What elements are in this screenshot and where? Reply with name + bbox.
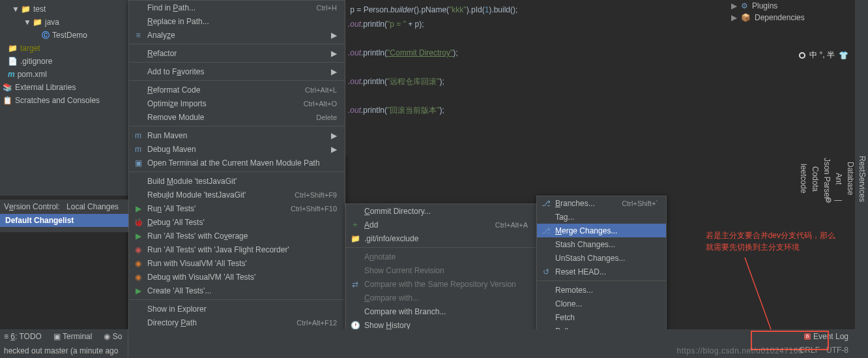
menu-refactor[interactable]: Refactor▶: [129, 46, 345, 60]
menu-directory-path[interactable]: Directory PathCtrl+Alt+F12: [129, 316, 345, 329]
tree-folder-java[interactable]: ▼📁java: [0, 16, 128, 29]
tree-file-pom[interactable]: mpom.xml: [0, 68, 128, 81]
code-line: .out.println("Commit Directroy");: [348, 46, 701, 60]
tool-rest[interactable]: RestServices: [856, 0, 868, 358]
version-control-panel: Version Control: Local Changes Default C…: [0, 200, 128, 232]
chevron-right-icon: ▶: [331, 67, 337, 76]
tab-so[interactable]: ◉ So: [104, 332, 122, 341]
create-icon: ▶: [133, 286, 143, 295]
menu-show-explorer[interactable]: Show in Explorer: [129, 302, 345, 316]
repo-merge[interactable]: ⎇Merge Changes...: [537, 224, 666, 237]
repo-clone[interactable]: Clone...: [537, 297, 666, 310]
status-message: hecked out master (a minute ago: [0, 344, 128, 358]
menu-separator: [129, 126, 345, 127]
tree-folder-target[interactable]: 📁target: [0, 42, 128, 55]
code-line: [348, 60, 701, 74]
plus-icon: ＋: [350, 219, 360, 230]
annotation-text: 若是主分支要合并dev分支代码，那么 就需要先切换到主分支环境: [706, 230, 835, 253]
tool-database[interactable]: Database: [845, 0, 856, 358]
menu-remove-module[interactable]: Remove ModuleDelete: [129, 110, 345, 124]
library-icon: 📚: [3, 83, 12, 92]
menu-optimize-imports[interactable]: Optimize ImportsCtrl+Alt+O: [129, 97, 345, 110]
annotation-arrow: [667, 245, 797, 342]
tree-folder-test[interactable]: ▼📁test: [0, 3, 128, 16]
tree-label: .gitignore: [20, 57, 52, 66]
tool-codota[interactable]: Codota: [809, 0, 821, 358]
terminal-icon: ▣: [133, 158, 143, 168]
repo-tag[interactable]: Tag...: [537, 210, 666, 224]
chevron-down-icon: ▼: [12, 5, 18, 14]
menu-find-in-path[interactable]: Find in Path...Ctrl+H: [129, 1, 345, 14]
svg-line-0: [745, 258, 771, 329]
git-add[interactable]: ＋AddCtrl+Alt+A: [346, 218, 536, 231]
chevron-right-icon: ▶: [331, 49, 337, 58]
code-line: [348, 31, 701, 46]
code-line: .out.println("回滚当前版本");: [348, 103, 701, 117]
menu-build-module[interactable]: Build Module 'testJavaGit': [129, 174, 345, 188]
default-changelist[interactable]: Default Changelist: [0, 214, 128, 227]
debug-icon: 🐞: [133, 218, 143, 227]
menu-separator: [129, 172, 345, 172]
folder-icon: 📁: [33, 18, 42, 27]
menu-debug-maven[interactable]: mDebug Maven▶: [129, 142, 345, 156]
menu-debug-all-tests[interactable]: 🐞Debug 'All Tests': [129, 215, 345, 229]
code-editor[interactable]: p = Person.builder().pName("kkk").pId(1)…: [345, 0, 704, 157]
tab-todo[interactable]: ≡ 6: TODO: [4, 332, 42, 341]
chevron-right-icon: ▶: [331, 145, 337, 154]
scratch-icon: 📋: [3, 96, 12, 105]
repo-branches[interactable]: ⎇Branches...Ctrl+Shift+`: [537, 196, 666, 210]
menu-debug-visualvm[interactable]: ◉Debug with VisualVM 'All Tests': [129, 270, 345, 284]
tree-label: TestDemo: [52, 31, 87, 40]
menu-run-jfr[interactable]: ◉Run 'All Tests' with 'Java Flight Recor…: [129, 243, 345, 256]
coverage-icon: ▶: [133, 231, 143, 241]
tree-label: pom.xml: [18, 70, 47, 79]
menu-rebuild-module[interactable]: Rebuild Module 'testJavaGit'Ctrl+Shift+F…: [129, 188, 345, 201]
menu-open-terminal-maven[interactable]: ▣Open Terminal at the Current Maven Modu…: [129, 156, 345, 170]
visualvm-icon: ◉: [133, 259, 143, 268]
git-compare-with: Compare with...: [346, 291, 536, 305]
menu-analyze[interactable]: ≡Analyze▶: [129, 28, 345, 42]
vc-header[interactable]: Version Control: Local Changes: [0, 200, 128, 214]
diff-icon: ⇄: [350, 280, 360, 289]
tree-ext-libs[interactable]: 📚External Libraries: [0, 81, 128, 94]
menu-reformat[interactable]: Reformat CodeCtrl+Alt+L: [129, 83, 345, 97]
repo-unstash[interactable]: UnStash Changes...: [537, 251, 666, 265]
tree-label: java: [45, 18, 59, 27]
chevron-right-icon: ▶: [731, 1, 737, 10]
folder-icon: 📁: [21, 5, 31, 14]
repo-reset[interactable]: ↺Reset HEAD...: [537, 265, 666, 278]
tree-class-testdemo[interactable]: ⒸTestDemo: [0, 29, 128, 42]
chevron-down-icon: ▼: [23, 18, 30, 27]
menu-separator: [129, 299, 345, 300]
tool-ant[interactable]: Ant: [833, 0, 845, 358]
menu-run-visualvm[interactable]: ◉Run with VisualVM 'All Tests': [129, 256, 345, 270]
merge-icon: ⎇: [541, 226, 551, 235]
tool-leetcode[interactable]: leetcode: [798, 0, 809, 358]
encoding[interactable]: UTF-8: [826, 346, 848, 355]
git-annotate: Annotate: [346, 250, 536, 263]
menu-run-all-tests[interactable]: ▶Run 'All Tests'Ctrl+Shift+F10: [129, 201, 345, 215]
menu-replace-in-path[interactable]: Replace in Path...: [129, 14, 345, 28]
gear-icon[interactable]: ⚙ —: [825, 196, 842, 205]
tab-terminal[interactable]: ▣ Terminal: [53, 332, 92, 341]
menu-create-all-tests[interactable]: ▶Create 'All Tests'...: [129, 284, 345, 297]
tree-label: target: [20, 44, 40, 53]
git-exclude[interactable]: 📁.git/info/exclude: [346, 231, 536, 245]
tree-file-gitignore[interactable]: 📄.gitignore: [0, 55, 128, 68]
repo-remotes[interactable]: Remotes...: [537, 283, 666, 297]
project-tree: ▼📁test ▼📁java ⒸTestDemo 📁target 📄.gitign…: [0, 0, 128, 196]
menu-separator: [129, 80, 345, 81]
code-line: p = Person.builder().pName("kkk").pId(1)…: [348, 3, 701, 17]
chevron-right-icon: ▶: [331, 131, 337, 140]
menu-add-favorites[interactable]: Add to Favorites▶: [129, 65, 345, 78]
menu-run-maven[interactable]: mRun Maven▶: [129, 128, 345, 142]
git-compare-branch[interactable]: Compare with Branch...: [346, 305, 536, 318]
repo-fetch[interactable]: Fetch: [537, 310, 666, 324]
tree-scratches[interactable]: 📋Scratches and Consoles: [0, 94, 128, 107]
git-commit[interactable]: Commit Directory...: [346, 204, 536, 218]
deps-icon: 📦: [741, 13, 751, 22]
repo-stash[interactable]: Stash Changes...: [537, 237, 666, 251]
tool-json[interactable]: Json Parser: [821, 0, 833, 358]
menu-run-coverage[interactable]: ▶Run 'All Tests' with Coverage: [129, 229, 345, 243]
plugins-icon: ⚙: [741, 1, 748, 10]
